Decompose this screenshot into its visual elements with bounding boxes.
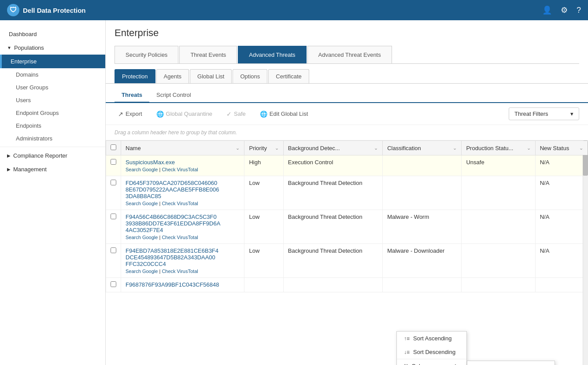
sidebar-item-administrators[interactable]: Administrators [0,132,105,145]
row3-background-detec-cell: Background Threat Detection [283,210,382,244]
sidebar-item-user-groups[interactable]: User Groups [0,81,105,94]
col-name-label: Name [126,145,141,151]
sidebar-item-enterprise[interactable]: Enterprise [0,55,105,68]
export-icon: ↗ [118,111,123,118]
export-button[interactable]: ↗ Export [115,109,146,119]
row1-name-link[interactable]: SuspiciousMax.exe [126,159,240,166]
col-new-status[interactable]: New Status ⌄ [535,141,588,155]
row2-classification-cell [383,176,462,210]
col-background-detec[interactable]: Background Detec... ⌄ [283,141,382,155]
tab-advanced-threats[interactable]: Advanced Threats [238,46,306,63]
sidebar-item-endpoint-groups[interactable]: Endpoint Groups [0,107,105,119]
col-production-status-sort-icon: ⌄ [527,145,531,151]
compliance-label: Compliance Reporter [13,152,67,159]
row4-search-google[interactable]: Search Google [126,269,158,274]
row3-classification-cell: Malware - Worm [383,210,462,244]
select-all-header[interactable] [106,141,121,155]
row3-checkbox-cell[interactable] [106,210,121,244]
scrollbar-track[interactable] [583,140,588,365]
columns-sub-arrow: ▶ [455,363,459,365]
settings-icon[interactable]: ⚙ [561,5,568,15]
filter-panel: Show items with value that: Contains --S… [467,361,555,365]
innertab-threats[interactable]: Threats [115,88,149,103]
row1-links: Search Google | Check VirusTotal [126,167,240,172]
context-sort-asc[interactable]: ↑≡ Sort Ascending [397,332,466,345]
table-row: FD645F3709ACA207D658C0460608E67D0795222A… [106,176,588,210]
toolbar: ↗ Export 🌐 Global Quarantine ✓ Safe 🌐 Ed… [106,103,588,125]
row1-check-virustotal[interactable]: Check VirusTotal [162,167,198,172]
row5-checkbox[interactable] [111,281,116,287]
sort-desc-icon: ↓≡ [404,349,410,355]
row3-search-google[interactable]: Search Google [126,235,158,240]
content-area: Enterprise Security Policies Threat Even… [106,20,588,365]
row4-checkbox-cell[interactable] [106,244,121,278]
row2-priority-cell: Low [244,176,283,210]
global-quarantine-icon: 🌐 [156,111,164,118]
subtab-global-list[interactable]: Global List [190,69,232,83]
row3-production-status-cell [462,210,535,244]
col-name-sort-icon: ⌄ [236,145,240,151]
user-icon[interactable]: 👤 [542,5,552,15]
col-priority-sort-icon: ⌄ [275,145,279,151]
row5-name-cell: F9687876F93A99BF1C043CF56848 [121,278,244,292]
tab-advanced-threat-events[interactable]: Advanced Threat Events [307,46,392,63]
help-icon[interactable]: ? [577,6,581,15]
row3-name-link[interactable]: F94A56C4B66C868D9C3AC5C3F03938B86DD7E43F… [126,214,240,233]
row4-new-status-cell: N/A [535,244,588,278]
row2-name-link[interactable]: FD645F3709ACA207D658C0460608E67D0795222A… [126,180,240,199]
row5-checkbox-cell[interactable] [106,278,121,292]
col-name[interactable]: Name ⌄ [121,141,244,155]
context-sort-desc[interactable]: ↓≡ Sort Descending [397,345,466,359]
edit-global-list-label: Edit Global List [270,111,308,117]
tab-threat-events[interactable]: Threat Events [179,46,237,63]
row1-search-google[interactable]: Search Google [126,167,158,172]
table-row: F94EBD7A853818E2E881CE6B3F4DCE454893647D… [106,244,588,278]
subtab-agents[interactable]: Agents [156,69,189,83]
row2-checkbox[interactable] [111,180,116,185]
context-columns[interactable]: ||| Columns ▶ [397,359,466,365]
row2-new-status-cell: N/A [535,176,588,210]
safe-button[interactable]: ✓ Safe [223,109,249,119]
select-all-checkbox[interactable] [111,144,116,150]
subtab-protection[interactable]: Protection [115,69,155,83]
sidebar-item-users[interactable]: Users [0,94,105,107]
col-new-status-sort-icon: ⌄ [579,145,583,151]
edit-global-list-button[interactable]: 🌐 Edit Global List [256,109,311,119]
nav-icons: 👤 ⚙ ? [542,5,581,15]
sidebar-section-populations[interactable]: ▼ Populations [0,41,105,55]
col-production-status[interactable]: Production Statu... ⌄ [462,141,535,155]
row2-check-virustotal[interactable]: Check VirusTotal [162,201,198,206]
row2-search-google[interactable]: Search Google [126,201,158,206]
row3-checkbox[interactable] [111,214,116,219]
table-row: F9687876F93A99BF1C043CF56848 [106,278,588,292]
col-classification-sort-icon: ⌄ [453,145,457,151]
innertab-script-control[interactable]: Script Control [149,88,198,103]
subtab-options[interactable]: Options [233,69,267,83]
sidebar-item-dashboard[interactable]: Dashboard [0,27,105,41]
threat-filters-dropdown[interactable]: Threat Filters ▾ [509,107,579,120]
row5-production-status-cell [462,278,535,292]
top-nav: 🛡 Dell Data Protection 👤 ⚙ ? [0,0,588,20]
brand-name: Dell Data Protection [23,7,86,14]
row3-check-virustotal[interactable]: Check VirusTotal [162,235,198,240]
col-priority[interactable]: Priority ⌄ [244,141,283,155]
col-classification[interactable]: Classification ⌄ [383,141,462,155]
row4-name-link[interactable]: F94EBD7A853818E2E881CE6B3F4DCE454893647D… [126,247,240,267]
sidebar-item-endpoints[interactable]: Endpoints [0,119,105,132]
sidebar-section-compliance[interactable]: ▶ Compliance Reporter [0,149,105,162]
brand: 🛡 Dell Data Protection [7,4,86,16]
row5-name-link[interactable]: F9687876F93A99BF1C043CF56848 [126,281,240,288]
row5-classification-cell [383,278,462,292]
page-header: Enterprise Security Policies Threat Even… [106,20,588,64]
global-quarantine-button[interactable]: 🌐 Global Quarantine [153,109,216,119]
safe-icon: ✓ [226,111,232,118]
row4-checkbox[interactable] [111,247,116,253]
tab-security-policies[interactable]: Security Policies [115,46,178,63]
row2-checkbox-cell[interactable] [106,176,121,210]
row4-check-virustotal[interactable]: Check VirusTotal [162,269,198,274]
row1-checkbox[interactable] [111,159,116,165]
row1-checkbox-cell[interactable] [106,155,121,176]
subtab-certificate[interactable]: Certificate [268,69,309,83]
sidebar-item-domains[interactable]: Domains [0,68,105,81]
sidebar-section-management[interactable]: ▶ Management [0,162,105,176]
